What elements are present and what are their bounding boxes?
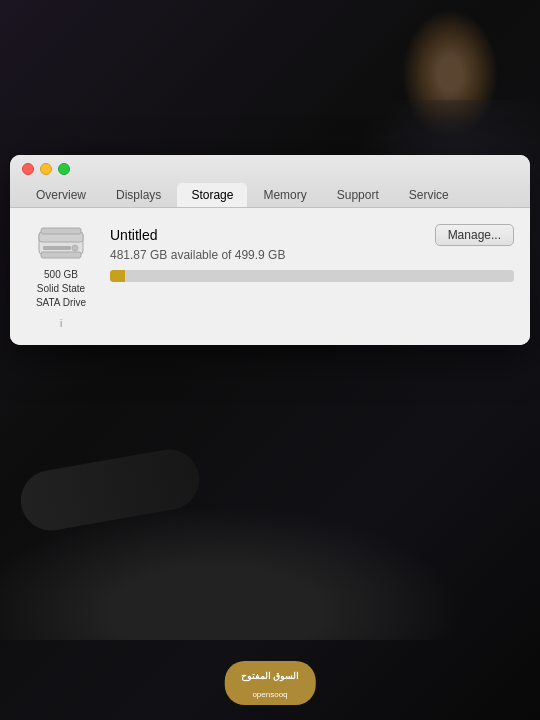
mac-window: Overview Displays Storage Memory Support… [10, 155, 530, 345]
svg-rect-4 [41, 228, 81, 234]
drive-info: Untitled Manage... 481.87 GB available o… [110, 224, 514, 282]
tab-storage[interactable]: Storage [177, 183, 247, 207]
window-content: 500 GB Solid State SATA Drive i Untitled… [10, 208, 530, 345]
close-button[interactable] [22, 163, 34, 175]
svg-rect-2 [43, 246, 71, 250]
svg-rect-5 [41, 252, 81, 258]
maximize-button[interactable] [58, 163, 70, 175]
traffic-lights [22, 163, 518, 175]
watermark-arabic: السوق المفتوح [241, 671, 300, 681]
drive-icon [37, 224, 85, 262]
storage-bar [110, 270, 514, 282]
tab-overview[interactable]: Overview [22, 183, 100, 207]
drive-capacity-label: 500 GB Solid State SATA Drive [36, 268, 86, 310]
drive-available-text: 481.87 GB available of 499.9 GB [110, 248, 514, 262]
tab-displays[interactable]: Displays [102, 183, 175, 207]
storage-row: 500 GB Solid State SATA Drive i Untitled… [26, 224, 514, 329]
drive-name-row: Untitled Manage... [110, 224, 514, 246]
watermark: السوق المفتوح opensooq [225, 661, 316, 705]
watermark-latin: opensooq [252, 690, 287, 699]
tab-support[interactable]: Support [323, 183, 393, 207]
background [0, 0, 540, 720]
drive-indicator: i [60, 318, 62, 329]
svg-point-3 [72, 245, 78, 251]
tab-bar: Overview Displays Storage Memory Support… [22, 183, 518, 207]
tab-memory[interactable]: Memory [249, 183, 320, 207]
title-bar: Overview Displays Storage Memory Support… [10, 155, 530, 208]
tab-service[interactable]: Service [395, 183, 463, 207]
watermark-badge: السوق المفتوح opensooq [225, 661, 316, 705]
drive-name: Untitled [110, 227, 157, 243]
drive-icon-area: 500 GB Solid State SATA Drive i [26, 224, 96, 329]
minimize-button[interactable] [40, 163, 52, 175]
storage-bar-used [110, 270, 125, 282]
manage-button[interactable]: Manage... [435, 224, 514, 246]
